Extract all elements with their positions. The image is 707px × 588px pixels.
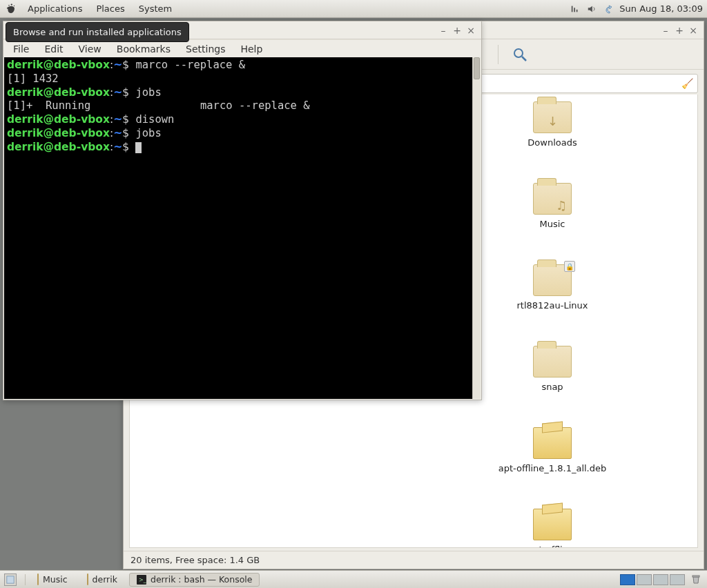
volume-icon[interactable] <box>585 3 598 15</box>
file-label: apt-offline-gui_1.8.1_all.deb <box>497 545 608 548</box>
lock-badge-icon: 🔒 <box>564 261 575 272</box>
package-icon <box>533 427 572 459</box>
package-icon <box>533 509 572 540</box>
network-icon[interactable] <box>569 3 581 15</box>
terminal-output[interactable]: derrik@deb-vbox:~$ marco --replace & [1]… <box>4 57 481 399</box>
clear-path-icon[interactable]: 🧹 <box>681 78 693 89</box>
menu-help[interactable]: Help <box>233 42 269 56</box>
folder-icon <box>533 183 572 215</box>
file-label: apt-offline_1.8.1_all.deb <box>498 463 607 474</box>
folder-icon: 🔒 <box>533 264 572 296</box>
svg-line-4 <box>522 57 526 61</box>
task-label: Music <box>43 574 68 585</box>
bottom-panel: Musicderrik>_derrik : bash — Konsole <box>0 570 707 588</box>
file-label: snap <box>541 382 563 393</box>
svg-rect-7 <box>7 576 14 582</box>
menu-settings[interactable]: Settings <box>179 42 232 56</box>
menu-file[interactable]: File <box>6 42 36 56</box>
menu-view[interactable]: View <box>72 42 108 56</box>
terminal-icon: >_ <box>137 575 146 585</box>
svg-rect-2 <box>577 9 578 12</box>
gnome-foot-icon[interactable] <box>4 2 18 16</box>
places-menu[interactable]: Places <box>89 0 131 17</box>
terminal-window: >_ k : bash — Konsole – + × File Edit Vi… <box>3 21 482 400</box>
workspace-3[interactable] <box>653 574 668 585</box>
search-button[interactable] <box>508 43 532 66</box>
panel-divider <box>25 574 26 585</box>
task-button[interactable]: Music <box>30 573 75 587</box>
maximize-button[interactable]: + <box>451 24 463 37</box>
workspace-4[interactable] <box>670 574 685 585</box>
svg-rect-10 <box>693 576 699 577</box>
file-item[interactable]: Downloads <box>492 101 613 183</box>
close-button[interactable]: × <box>687 24 699 37</box>
fm-statusbar: 20 items, Free space: 1.4 GB <box>124 551 704 569</box>
folder-icon <box>533 101 572 133</box>
applications-menu[interactable]: Applications <box>21 0 89 17</box>
file-item[interactable]: Music <box>492 183 613 264</box>
file-item[interactable]: apt-offline_1.8.1_all.deb <box>492 427 613 509</box>
menu-bookmarks[interactable]: Bookmarks <box>110 42 177 56</box>
folder-icon <box>87 574 88 585</box>
task-label: derrik : bash — Konsole <box>151 574 253 585</box>
task-label: derrik <box>93 574 117 585</box>
workspace-switcher[interactable] <box>620 574 685 585</box>
applications-tooltip: Browse and run installed applications <box>6 22 189 42</box>
task-button[interactable]: derrik <box>79 573 125 587</box>
maximize-button[interactable]: + <box>673 24 686 37</box>
file-label: Downloads <box>527 137 577 148</box>
svg-rect-0 <box>572 6 573 12</box>
scrollbar-thumb[interactable] <box>474 57 480 79</box>
clock[interactable]: Sun Aug 18, 03:09 <box>619 3 703 14</box>
folder-icon <box>37 574 39 585</box>
top-panel: Applications Places System Sun Aug 18, 0… <box>0 0 707 18</box>
workspace-2[interactable] <box>637 574 652 585</box>
terminal-scrollbar[interactable] <box>472 57 481 399</box>
file-label: rtl8812au-Linux <box>516 300 588 311</box>
show-desktop-button[interactable] <box>4 574 17 586</box>
trash-icon[interactable] <box>690 574 703 586</box>
svg-point-3 <box>514 49 523 57</box>
file-item[interactable]: snap <box>492 346 613 427</box>
folder-icon <box>533 346 572 378</box>
menu-edit[interactable]: Edit <box>37 42 70 56</box>
update-icon[interactable] <box>602 3 614 15</box>
close-button[interactable]: × <box>465 24 477 37</box>
file-label: Music <box>540 219 565 230</box>
system-menu[interactable]: System <box>132 0 179 17</box>
file-item[interactable]: apt-offline-gui_1.8.1_all.deb <box>492 509 613 548</box>
svg-rect-1 <box>574 8 576 12</box>
file-item[interactable]: 🔒rtl8812au-Linux <box>492 264 613 346</box>
workspace-1[interactable] <box>620 574 635 585</box>
minimize-button[interactable]: – <box>437 24 449 37</box>
svg-text:>_: >_ <box>139 577 146 583</box>
task-button[interactable]: >_derrik : bash — Konsole <box>129 573 260 587</box>
minimize-button[interactable]: – <box>659 24 672 37</box>
toolbar-divider <box>498 45 498 64</box>
